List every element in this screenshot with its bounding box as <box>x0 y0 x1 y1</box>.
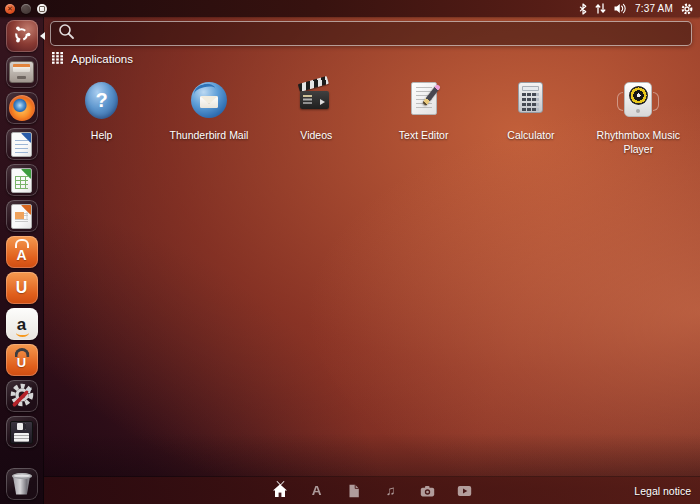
maximize-button[interactable] <box>37 4 47 14</box>
lens-home[interactable] <box>270 477 290 504</box>
app-label: Videos <box>300 129 332 143</box>
clock[interactable]: 7:37 AM <box>635 3 673 14</box>
launcher-item-firefox[interactable] <box>6 92 38 124</box>
launcher-item-disk[interactable] <box>6 416 38 448</box>
app-result-videos[interactable]: Videos <box>263 82 370 156</box>
volume-icon[interactable] <box>614 3 627 14</box>
app-label: Help <box>91 129 113 143</box>
close-button[interactable]: ✕ <box>5 4 15 14</box>
lens-bar: A ♫ Legal notice <box>44 477 700 504</box>
lens-music[interactable]: ♫ <box>381 477 401 504</box>
launcher-item-ubuntu-one-music[interactable]: U <box>6 344 38 376</box>
libreoffice-writer-icon <box>11 132 32 157</box>
launcher-item-files[interactable] <box>6 56 38 88</box>
launcher-item-libreoffice-impress[interactable] <box>6 200 38 232</box>
launcher-item-amazon[interactable]: a <box>6 308 38 340</box>
app-result-calculator[interactable]: Calculator <box>477 82 584 156</box>
clapperboard-icon <box>299 84 333 115</box>
window-controls: ✕ <box>0 4 47 14</box>
panel-indicators: 7:37 AM <box>579 3 700 15</box>
amazon-letter: a <box>17 316 26 333</box>
floppy-disk-icon <box>10 421 33 444</box>
maximize-icon <box>39 6 45 12</box>
app-label: Text Editor <box>399 129 449 143</box>
search-input[interactable] <box>81 25 684 42</box>
file-cabinet-icon <box>9 61 34 83</box>
category-title: Applications <box>71 53 133 65</box>
dash-search-bar[interactable] <box>50 21 692 46</box>
firefox-icon <box>9 95 35 121</box>
launcher-item-libreoffice-calc[interactable] <box>6 164 38 196</box>
lens-switcher: A ♫ <box>270 477 475 504</box>
launcher-item-dash-home[interactable] <box>6 20 38 52</box>
bluetooth-icon[interactable] <box>579 3 587 15</box>
launcher-item-libreoffice-writer[interactable] <box>6 128 38 160</box>
headphones-icon <box>14 348 29 357</box>
gear-wrench-icon <box>9 383 35 409</box>
app-result-help[interactable]: ? Help <box>48 82 155 156</box>
network-updown-icon[interactable] <box>595 3 606 14</box>
legal-notice-link[interactable]: Legal notice <box>634 485 691 497</box>
shopping-bag-icon <box>15 239 29 248</box>
app-result-thunderbird[interactable]: Thunderbird Mail <box>155 82 262 156</box>
launcher: A U a U <box>0 17 44 504</box>
app-label: Thunderbird Mail <box>170 129 249 143</box>
music-store-icon: U <box>6 344 38 376</box>
ubuntu-logo-icon <box>12 25 31 48</box>
libreoffice-impress-icon <box>11 204 32 229</box>
lens-applications[interactable]: A <box>307 477 327 504</box>
rhythmbox-icon <box>624 82 652 117</box>
ubuntu-one-letter: U <box>16 279 28 297</box>
applications-category-icon <box>52 50 63 68</box>
launcher-item-system-settings[interactable] <box>6 380 38 412</box>
libreoffice-calc-icon <box>11 168 32 193</box>
calculator-icon <box>518 82 543 113</box>
app-label: Calculator <box>507 129 554 143</box>
lens-files[interactable] <box>344 477 364 504</box>
dash-open-arrow-icon <box>40 32 45 40</box>
top-panel: ✕ 7:37 AM <box>0 0 700 17</box>
desktop-wallpaper <box>0 0 700 504</box>
trash-icon <box>10 473 34 496</box>
category-header: Applications <box>52 50 133 68</box>
thunderbird-icon <box>191 82 227 118</box>
app-results-grid: ? Help Thunderbird Mail Videos Text Edit… <box>48 82 692 156</box>
launcher-item-ubuntu-one[interactable]: U <box>6 272 38 304</box>
software-center-letter: A <box>16 247 26 263</box>
minimize-button[interactable] <box>21 4 31 14</box>
session-gear-icon[interactable] <box>681 3 693 15</box>
app-label: Rhythmbox Music Player <box>590 129 686 156</box>
text-editor-icon <box>411 82 437 115</box>
help-icon: ? <box>85 82 118 119</box>
app-result-rhythmbox[interactable]: Rhythmbox Music Player <box>585 82 692 156</box>
lens-photos[interactable] <box>418 477 438 504</box>
launcher-item-software-center[interactable]: A <box>6 236 38 268</box>
launcher-item-trash[interactable] <box>6 468 38 500</box>
lens-videos[interactable] <box>455 477 475 504</box>
app-result-text-editor[interactable]: Text Editor <box>370 82 477 156</box>
search-icon <box>58 23 75 44</box>
